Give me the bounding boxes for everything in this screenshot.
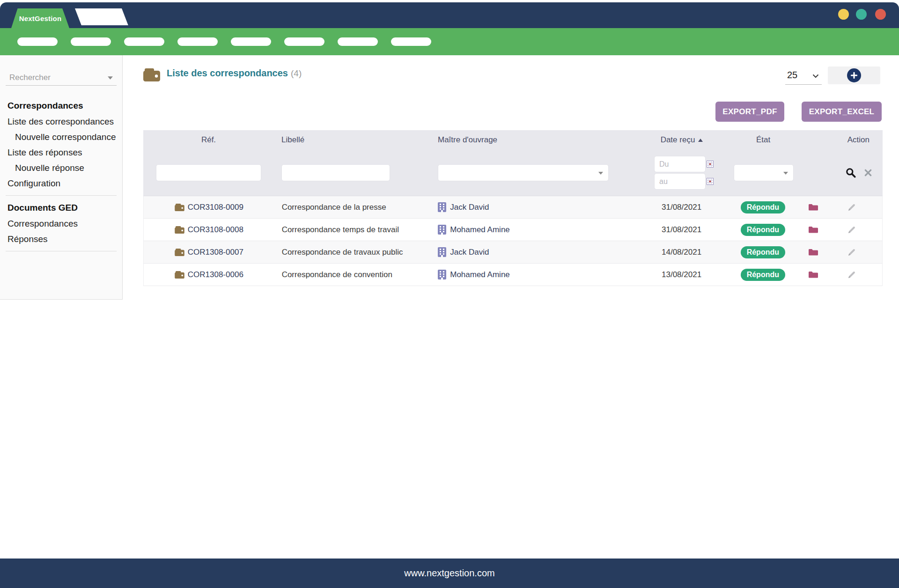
column-header-libell-[interactable]: Libellé bbox=[274, 135, 424, 145]
libelle-value: Correspondance de la presse bbox=[282, 203, 386, 212]
calendar-grid-icon[interactable] bbox=[707, 161, 714, 168]
date-cell: 31/08/2021 bbox=[623, 225, 730, 235]
date-value: 31/08/2021 bbox=[662, 203, 701, 212]
nav-pill-5[interactable] bbox=[231, 37, 271, 46]
calendar-grid-icon[interactable] bbox=[707, 178, 714, 185]
nav-pill-4[interactable] bbox=[177, 37, 218, 46]
date-to-input[interactable] bbox=[654, 173, 706, 190]
correspondence-table: Réf.LibelléMaître d'ouvrageDate reçuÉtat… bbox=[143, 130, 883, 286]
footer-url[interactable]: www.nextgestion.com bbox=[404, 568, 494, 579]
sidebar-item-liste-des-correspondances[interactable]: Liste des correspondances bbox=[0, 114, 122, 129]
sidebar-item-nouvelle-correspondance[interactable]: Nouvelle correspondance bbox=[0, 129, 122, 145]
etat-cell: Répondu bbox=[730, 201, 796, 213]
sidebar-search-select[interactable]: Rechercher bbox=[6, 70, 117, 86]
search-icon[interactable] bbox=[845, 167, 856, 178]
folder-icon[interactable] bbox=[808, 203, 818, 211]
column-header--tat[interactable]: État bbox=[730, 135, 796, 145]
sidebar-section-title: Correspondances bbox=[0, 98, 122, 114]
close-icon[interactable] bbox=[864, 169, 872, 177]
sidebar-divider bbox=[6, 251, 117, 251]
maitre-filter-select[interactable] bbox=[438, 164, 609, 181]
add-correspondence-button[interactable] bbox=[828, 66, 880, 84]
libelle-filter-input[interactable] bbox=[281, 164, 390, 181]
chevron-down-icon bbox=[812, 74, 819, 78]
export-pdf-button[interactable]: EXPORT_PDF bbox=[715, 102, 784, 122]
date-value: 13/08/2021 bbox=[662, 270, 701, 279]
status-badge: Répondu bbox=[741, 269, 785, 281]
nav-pill-7[interactable] bbox=[338, 37, 378, 46]
maitre-value: Jack David bbox=[450, 203, 489, 212]
column-header-ma-tre-d-ouvrage[interactable]: Maître d'ouvrage bbox=[424, 135, 623, 145]
wallet-icon bbox=[143, 68, 160, 83]
wallet-icon bbox=[175, 249, 184, 256]
column-header-r-f-[interactable]: Réf. bbox=[143, 135, 274, 145]
maitre-value: Jack David bbox=[450, 248, 489, 257]
sidebar-menu: CorrespondancesListe des correspondances… bbox=[0, 98, 122, 251]
secondary-tab[interactable] bbox=[75, 8, 128, 25]
sidebar-item-configuration[interactable]: Configuration bbox=[0, 176, 122, 191]
date-cell: 14/08/2021 bbox=[623, 248, 730, 257]
pencil-icon[interactable] bbox=[847, 225, 856, 235]
sidebar-item-nouvelle-r-ponse[interactable]: Nouvelle réponse bbox=[0, 160, 122, 176]
chevron-down-icon bbox=[108, 76, 117, 80]
ref-value: COR3108-0009 bbox=[188, 203, 243, 212]
wallet-icon bbox=[175, 204, 184, 211]
maitre-cell: Jack David bbox=[424, 202, 622, 212]
etat-cell: Répondu bbox=[730, 246, 796, 258]
pencil-icon[interactable] bbox=[847, 203, 856, 212]
pencil-icon[interactable] bbox=[847, 270, 856, 279]
ref-value: COR1308-0007 bbox=[188, 248, 243, 257]
ref-cell: COR3108-0009 bbox=[144, 203, 274, 212]
ref-filter-input[interactable] bbox=[156, 164, 261, 181]
date-from-input[interactable] bbox=[654, 156, 706, 172]
brand-name: NextGestion bbox=[19, 15, 62, 22]
sidebar-item-liste-des-r-ponses[interactable]: Liste des réponses bbox=[0, 145, 122, 160]
wallet-icon bbox=[175, 226, 184, 234]
export-excel-button[interactable]: EXPORT_EXCEL bbox=[802, 102, 882, 122]
sidebar-divider bbox=[6, 195, 117, 196]
folder-icon[interactable] bbox=[808, 248, 818, 256]
window-dot-yellow-icon[interactable] bbox=[838, 9, 849, 20]
status-badge: Répondu bbox=[741, 201, 785, 213]
maitre-value: Mohamed Amine bbox=[450, 225, 510, 235]
nav-pill-6[interactable] bbox=[284, 37, 324, 46]
libelle-value: Correspondance temps de travail bbox=[282, 225, 399, 235]
nav-pill-1[interactable] bbox=[17, 37, 58, 46]
sidebar-section-title: Documents GED bbox=[0, 200, 122, 216]
folder-icon[interactable] bbox=[808, 226, 818, 234]
window-dot-red-icon[interactable] bbox=[875, 9, 886, 20]
maitre-value: Mohamed Amine bbox=[450, 270, 510, 279]
nav-pill-8[interactable] bbox=[391, 37, 431, 46]
etat-cell: Répondu bbox=[730, 224, 796, 236]
column-header-label: Date reçu bbox=[661, 135, 695, 145]
sidebar-item-correspondances[interactable]: Correspondances bbox=[0, 216, 122, 231]
ref-value: COR3108-0008 bbox=[188, 225, 243, 235]
table-filter-row bbox=[143, 150, 883, 196]
pencil-icon[interactable] bbox=[847, 248, 856, 257]
page-size-value: 25 bbox=[787, 70, 797, 81]
table-row: COR1308-0007Correspondance de travaux pu… bbox=[143, 241, 883, 264]
column-header-action[interactable]: Action bbox=[796, 135, 883, 145]
window-dot-teal-icon[interactable] bbox=[856, 9, 867, 20]
column-header-date-re-u[interactable]: Date reçu bbox=[623, 135, 730, 145]
building-icon bbox=[438, 202, 446, 212]
column-header-label: Action bbox=[847, 135, 870, 145]
sidebar-item-r-ponses[interactable]: Réponses bbox=[0, 231, 122, 247]
brand-tab[interactable]: NextGestion bbox=[11, 8, 69, 28]
action-cell bbox=[796, 225, 882, 235]
etat-filter-select[interactable] bbox=[734, 164, 794, 181]
nav-pill-2[interactable] bbox=[71, 37, 111, 46]
plus-icon bbox=[847, 68, 861, 82]
libelle-cell: Correspondance de travaux public bbox=[274, 248, 424, 257]
ref-cell: COR1308-0007 bbox=[144, 248, 274, 257]
page-size-select[interactable]: 25 bbox=[785, 68, 822, 85]
etat-cell: Répondu bbox=[730, 269, 796, 281]
action-cell bbox=[796, 248, 882, 257]
folder-icon[interactable] bbox=[808, 271, 818, 279]
nav-pill-3[interactable] bbox=[124, 37, 164, 46]
maitre-cell: Mohamed Amine bbox=[424, 225, 622, 235]
libelle-cell: Correspondance de convention bbox=[274, 270, 424, 279]
footer: www.nextgestion.com bbox=[0, 559, 899, 588]
action-cell bbox=[796, 270, 882, 279]
table-body: COR3108-0009Correspondance de la presseJ… bbox=[143, 196, 883, 286]
